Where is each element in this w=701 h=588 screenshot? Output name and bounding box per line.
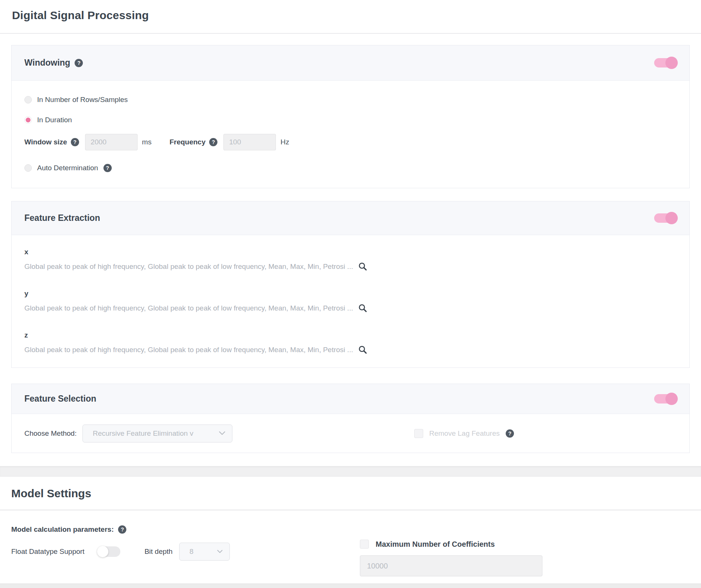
search-icon[interactable]: [358, 304, 367, 312]
search-icon[interactable]: [358, 262, 367, 271]
footer-strip: [0, 584, 701, 588]
toggle-knob: [665, 57, 678, 69]
axis-x-label: x: [24, 248, 677, 256]
radio-button[interactable]: [24, 96, 32, 104]
toggle-knob: [665, 393, 678, 405]
feature-extraction-title: Feature Extraction: [24, 213, 100, 223]
radio-in-duration[interactable]: In Duration: [24, 116, 677, 124]
window-size-help-icon[interactable]: ?: [71, 138, 79, 146]
choose-method-label: Choose Method:: [24, 429, 76, 438]
chevron-down-icon: [219, 431, 225, 435]
windowing-help-icon[interactable]: ?: [75, 59, 83, 67]
frequency-unit: Hz: [280, 138, 289, 146]
feature-extraction-header: Feature Extraction: [12, 201, 689, 235]
feature-selection-toggle[interactable]: [654, 394, 677, 404]
axis-x-block: x Global peak to peak of high frequency,…: [24, 248, 677, 271]
auto-determination-help-icon[interactable]: ?: [103, 164, 112, 172]
remove-lag-label: Remove Lag Features: [429, 429, 500, 438]
toggle-knob: [97, 546, 108, 557]
radio-button[interactable]: [24, 164, 32, 172]
calc-params-help-icon[interactable]: ?: [118, 525, 126, 534]
window-size-label: Window size: [24, 138, 67, 146]
radio-label: In Number of Rows/Samples: [37, 96, 128, 104]
section-divider-band: [0, 466, 701, 477]
max-coefficients-label: Maximum Number of Coefficients: [376, 540, 495, 549]
max-coefficients-checkbox[interactable]: [360, 540, 369, 549]
model-settings-divider: [0, 510, 701, 510]
radio-label: Auto Determination: [37, 164, 98, 172]
toggle-knob: [665, 212, 678, 224]
axis-y-features-placeholder: Global peak to peak of high frequency, G…: [24, 304, 353, 312]
feature-selection-body: Choose Method: Recursive Feature Elimina…: [12, 414, 689, 453]
axis-z-block: z Global peak to peak of high frequency,…: [24, 331, 677, 354]
feature-selection-card: Feature Selection Choose Method: Recursi…: [11, 384, 690, 453]
remove-lag-checkbox[interactable]: [414, 429, 423, 438]
axis-y-block: y Global peak to peak of high frequency,…: [24, 290, 677, 312]
search-icon[interactable]: [358, 345, 367, 354]
radio-auto-determination[interactable]: Auto Determination ?: [24, 164, 677, 172]
windowing-card: Windowing ? In Number of Rows/Samples In…: [11, 45, 690, 188]
window-size-unit: ms: [142, 138, 151, 146]
feature-selection-header: Feature Selection: [12, 384, 689, 414]
windowing-toggle[interactable]: [654, 58, 677, 68]
axis-x-features-placeholder: Global peak to peak of high frequency, G…: [24, 262, 353, 271]
feature-extraction-body: x Global peak to peak of high frequency,…: [12, 235, 689, 368]
bit-depth-label: Bit depth: [144, 548, 172, 556]
axis-z-feature-field[interactable]: Global peak to peak of high frequency, G…: [24, 345, 677, 354]
axis-x-feature-field[interactable]: Global peak to peak of high frequency, G…: [24, 262, 677, 271]
max-coefficients-input[interactable]: [360, 555, 542, 576]
float-support-toggle[interactable]: [97, 546, 120, 557]
method-dropdown-value: Recursive Feature Elimination v: [93, 429, 215, 438]
bit-depth-dropdown[interactable]: 8: [179, 543, 230, 561]
max-coefficients-row: Maximum Number of Coefficients: [360, 540, 542, 549]
radio-label: In Duration: [37, 116, 72, 124]
windowing-card-header: Windowing ?: [12, 45, 689, 81]
feature-extraction-toggle[interactable]: [654, 213, 677, 223]
max-coefficients-group: Maximum Number of Coefficients: [360, 540, 542, 576]
remove-lag-group: Remove Lag Features ?: [414, 429, 514, 438]
windowing-title: Windowing: [24, 58, 70, 68]
method-dropdown[interactable]: Recursive Feature Elimination v: [82, 424, 232, 442]
frequency-input[interactable]: [223, 134, 276, 150]
float-support-row: Float Datatype Support Bit depth 8: [11, 543, 690, 561]
calc-params-label: Model calculation parameters:: [11, 525, 114, 534]
model-settings-rows: Model calculation parameters: ? Float Da…: [11, 525, 690, 561]
windowing-body: In Number of Rows/Samples In Duration Wi…: [12, 81, 689, 188]
radio-rows-samples[interactable]: In Number of Rows/Samples: [24, 96, 677, 104]
remove-lag-help-icon[interactable]: ?: [506, 429, 514, 438]
window-size-input[interactable]: [85, 134, 138, 150]
feature-extraction-card: Feature Extraction x Global peak to peak…: [11, 201, 690, 368]
model-settings-title: Model Settings: [11, 487, 690, 500]
float-support-label: Float Datatype Support: [11, 548, 84, 556]
window-size-row: Window size ? ms Frequency ? Hz: [24, 134, 677, 150]
axis-z-label: z: [24, 331, 677, 339]
calc-params-row: Model calculation parameters: ?: [11, 525, 690, 534]
axis-z-features-placeholder: Global peak to peak of high frequency, G…: [24, 346, 353, 354]
axis-y-feature-field[interactable]: Global peak to peak of high frequency, G…: [24, 304, 677, 312]
frequency-label: Frequency: [169, 138, 205, 146]
feature-selection-title: Feature Selection: [24, 394, 96, 404]
radio-button-selected[interactable]: [24, 116, 32, 124]
axis-y-label: y: [24, 290, 677, 298]
page-header: Digital Signal Processing: [0, 0, 701, 34]
bit-depth-value: 8: [189, 548, 213, 556]
chevron-down-icon: [217, 550, 223, 554]
frequency-help-icon[interactable]: ?: [209, 138, 217, 146]
model-settings-section: Model Settings Model calculation paramet…: [11, 487, 690, 561]
dsp-settings-panel: Windowing ? In Number of Rows/Samples In…: [0, 45, 701, 561]
page-title: Digital Signal Processing: [12, 9, 689, 22]
